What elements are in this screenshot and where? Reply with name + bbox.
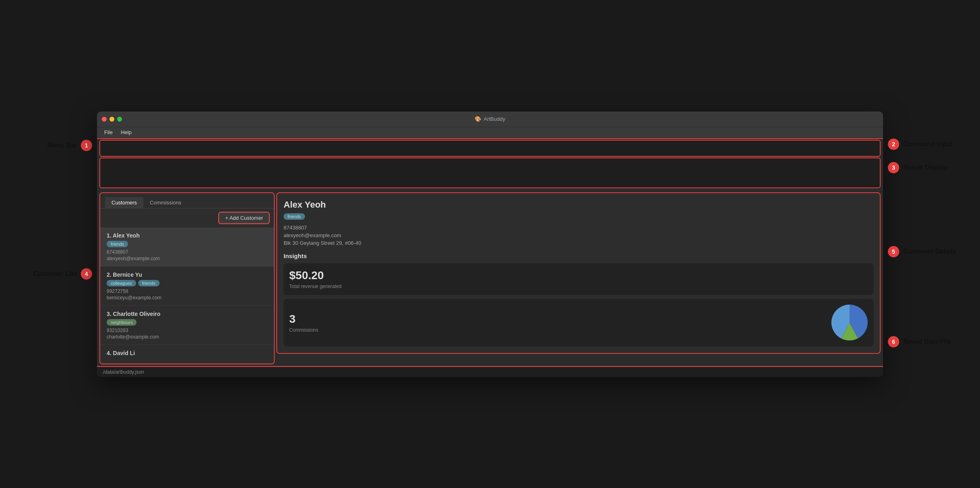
annotation-badge-6: 6 bbox=[888, 336, 899, 347]
customer-phone-2: 99272758 bbox=[107, 288, 267, 294]
commission-left: 3 Commissions bbox=[289, 313, 831, 333]
tab-customers[interactable]: Customers bbox=[105, 197, 143, 208]
menu-bar: File Help bbox=[97, 127, 883, 138]
traffic-lights bbox=[102, 117, 122, 122]
minimize-button[interactable] bbox=[109, 117, 114, 122]
file-path: ./data/artbuddy.json bbox=[102, 369, 144, 375]
details-customer-name: Alex Yeoh bbox=[284, 200, 873, 210]
commission-label: Commissions bbox=[289, 327, 831, 333]
annotation-badge-5: 5 bbox=[888, 246, 899, 257]
commission-count: 3 bbox=[289, 313, 831, 326]
customer-item-2[interactable]: 2. Bernice Yu colleagues friends 9927275… bbox=[100, 267, 274, 306]
customer-tags-1: friends bbox=[107, 241, 267, 247]
status-bar: ./data/artbuddy.json bbox=[97, 367, 883, 377]
details-wrapper: Alex Yeoh friends 87438807 alexyeoh@exam… bbox=[277, 193, 880, 364]
tag-colleagues-2: colleagues bbox=[107, 280, 136, 286]
tag-friends-1: friends bbox=[107, 241, 128, 247]
customer-phone-3: 93210283 bbox=[107, 328, 267, 333]
customer-tags-2: colleagues friends bbox=[107, 280, 267, 286]
details-phone: 87438807 bbox=[284, 225, 873, 231]
command-input-label: Command Input bbox=[903, 141, 953, 148]
menu-file[interactable]: File bbox=[100, 128, 117, 136]
insights-title: Insights bbox=[284, 252, 873, 259]
annotation-badge-3: 3 bbox=[888, 162, 899, 173]
app-window: 🎨 ArtBuddy File Help Customers Commissio… bbox=[97, 111, 883, 377]
command-input[interactable] bbox=[100, 141, 880, 156]
annotation-badge-2: 2 bbox=[888, 139, 899, 150]
menu-help[interactable]: Help bbox=[117, 128, 136, 136]
customer-email-2: berniceyu@example.com bbox=[107, 295, 267, 301]
saved-data-file-label: Saved Data File bbox=[903, 338, 951, 345]
right-annotations: 2 Command Input 3 Result Display 5 Custo… bbox=[883, 111, 964, 347]
menu-bar-label: Menu Bar bbox=[47, 142, 77, 149]
customer-name-3: 3. Charlotte Oliveiro bbox=[107, 311, 267, 317]
details-email: alexyeoh@example.com bbox=[284, 232, 873, 238]
customer-name-2: 2. Bernice Yu bbox=[107, 271, 267, 278]
add-customer-button[interactable]: + Add Customer bbox=[219, 212, 269, 223]
annotation-badge-4: 4 bbox=[81, 268, 92, 280]
tab-bar: Customers Commissions bbox=[100, 193, 274, 208]
add-customer-row: + Add Customer bbox=[100, 208, 274, 227]
customer-item-1[interactable]: 1. Alex Yeoh friends 87438807 alexyeoh@e… bbox=[100, 227, 274, 267]
app-title: 🎨 ArtBuddy bbox=[475, 116, 505, 122]
customer-item-4[interactable]: 4. David Li bbox=[100, 345, 274, 364]
details-address: Blk 30 Geylang Street 29, #06-40 bbox=[284, 240, 873, 246]
title-bar: 🎨 ArtBuddy bbox=[97, 111, 883, 127]
revenue-value: $50.20 bbox=[289, 269, 868, 282]
tag-neighbours-3: neighbours bbox=[107, 319, 137, 326]
customer-panel: Customers Commissions + Add Customer 1. … bbox=[100, 193, 274, 364]
customer-email-3: charlotte@example.com bbox=[107, 334, 267, 340]
pie-chart bbox=[831, 305, 868, 341]
annotation-badge-1: 1 bbox=[81, 140, 92, 151]
customer-list: 1. Alex Yeoh friends 87438807 alexyeoh@e… bbox=[100, 227, 274, 364]
customer-name-1: 1. Alex Yeoh bbox=[107, 232, 267, 239]
maximize-button[interactable] bbox=[117, 117, 122, 122]
result-display-label: Result Display bbox=[903, 164, 948, 171]
customer-list-label: Customer List bbox=[33, 270, 77, 278]
tab-commissions[interactable]: Commissions bbox=[143, 197, 188, 208]
details-tag-friends: friends bbox=[284, 213, 305, 220]
result-display bbox=[100, 158, 880, 187]
main-content: Customers Commissions + Add Customer 1. … bbox=[97, 190, 883, 367]
details-tags: friends bbox=[284, 213, 873, 220]
customer-name-4: 4. David Li bbox=[107, 350, 267, 356]
customer-item-3[interactable]: 3. Charlotte Oliveiro neighbours 9321028… bbox=[100, 306, 274, 345]
customer-phone-1: 87438807 bbox=[107, 249, 267, 255]
tag-friends-2: friends bbox=[138, 280, 160, 286]
customer-details-label: Customer Details bbox=[903, 248, 957, 255]
customer-tags-3: neighbours bbox=[107, 319, 267, 326]
customer-email-1: alexyeoh@example.com bbox=[107, 256, 267, 261]
commission-card: 3 Commissions bbox=[284, 299, 873, 347]
revenue-card: $50.20 Total revenue generated bbox=[284, 263, 873, 295]
close-button[interactable] bbox=[102, 117, 107, 122]
revenue-label: Total revenue generated bbox=[289, 284, 868, 289]
app-icon: 🎨 bbox=[475, 116, 481, 122]
customer-details-panel: Alex Yeoh friends 87438807 alexyeoh@exam… bbox=[277, 193, 880, 353]
app-title-text: ArtBuddy bbox=[484, 116, 505, 122]
